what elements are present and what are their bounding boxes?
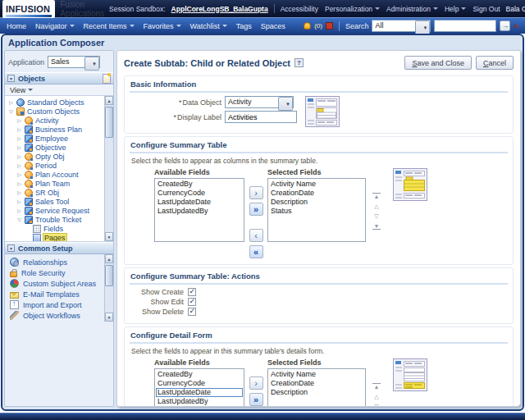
tree-item[interactable]: Opty Obj bbox=[5, 152, 104, 161]
expand-arrow-icon[interactable] bbox=[16, 135, 22, 141]
objects-panel-header[interactable]: ▼ Objects bbox=[5, 72, 113, 84]
list-item[interactable]: CurrencyCode bbox=[156, 379, 243, 388]
move-down-icon[interactable] bbox=[372, 404, 381, 407]
common-setup-item[interactable]: Relationships bbox=[5, 257, 104, 267]
tree-item[interactable]: Period bbox=[5, 161, 104, 170]
session-sandbox-link[interactable]: ApplCoreLongSB_BalaGupta bbox=[171, 5, 268, 13]
common-setup-item[interactable]: Role Security bbox=[5, 267, 104, 278]
create-object-icon[interactable] bbox=[103, 74, 111, 84]
display-label-input[interactable] bbox=[225, 111, 297, 123]
nav-item[interactable]: Recent Items bbox=[84, 22, 135, 30]
move-selected-button[interactable] bbox=[249, 186, 263, 199]
scrollbar-track[interactable] bbox=[105, 105, 113, 232]
expand-arrow-icon[interactable] bbox=[16, 171, 22, 177]
nav-item[interactable]: Navigator bbox=[35, 22, 75, 30]
list-item[interactable]: LastUpdatedBy bbox=[156, 207, 243, 216]
list-item[interactable]: CreatedBy bbox=[156, 180, 243, 189]
collapse-icon[interactable]: ▼ bbox=[7, 75, 15, 82]
tree-item[interactable]: Plan Team bbox=[5, 179, 104, 188]
list-item[interactable]: Status bbox=[156, 406, 243, 407]
move-selected-button[interactable] bbox=[249, 377, 263, 390]
list-item[interactable]: CurrencyCode bbox=[156, 189, 243, 198]
summary-selected-fields-list[interactable]: Activity NameCreationDateDescriptionStat… bbox=[267, 178, 366, 242]
save-and-close-button[interactable]: Save and Close bbox=[404, 56, 472, 70]
tree-item[interactable]: Plan Account bbox=[5, 170, 104, 179]
nav-item[interactable]: Favorites bbox=[144, 22, 181, 30]
list-item[interactable]: CreationDate bbox=[269, 189, 364, 198]
tree-item[interactable]: Sales Tool bbox=[5, 197, 104, 206]
tree-item[interactable]: Custom Objects bbox=[5, 107, 104, 116]
detail-selected-fields-list[interactable]: Activity NameCreationDateDescription bbox=[267, 368, 366, 407]
remove-selected-button[interactable] bbox=[249, 229, 263, 242]
scrollbar-thumb[interactable] bbox=[105, 265, 113, 286]
tree-item[interactable]: SR Obj bbox=[5, 188, 104, 197]
advanced-search-icon[interactable]: » bbox=[514, 21, 518, 30]
expand-arrow-icon[interactable] bbox=[8, 108, 14, 114]
tree-item[interactable]: Standard Objects bbox=[5, 98, 104, 107]
expand-arrow-icon[interactable] bbox=[16, 117, 22, 123]
move-all-button[interactable] bbox=[249, 393, 263, 406]
expand-arrow-icon[interactable] bbox=[16, 144, 22, 150]
nav-item[interactable]: Watchlist bbox=[190, 22, 227, 30]
expand-arrow-icon[interactable] bbox=[16, 189, 22, 195]
header-link[interactable]: Sign Out bbox=[472, 5, 500, 13]
tree-item[interactable]: Fields bbox=[5, 224, 104, 233]
search-go-button[interactable]: → bbox=[500, 21, 510, 31]
nav-item[interactable]: Home bbox=[7, 22, 26, 30]
expand-arrow-icon[interactable] bbox=[8, 99, 14, 105]
summary-available-fields-list[interactable]: CreatedByCurrencyCodeLastUpdateDateLastU… bbox=[154, 178, 244, 242]
checkbox[interactable] bbox=[188, 288, 196, 296]
expand-arrow-icon[interactable] bbox=[16, 126, 22, 132]
expand-arrow-icon[interactable] bbox=[16, 199, 22, 204]
common-setup-panel-header[interactable]: ▼ Common Setup bbox=[5, 242, 113, 254]
scroll-up-icon[interactable]: ▲ bbox=[105, 254, 113, 263]
chevron-down-icon[interactable]: ▼ bbox=[278, 97, 293, 111]
list-item[interactable]: Activity Name bbox=[269, 180, 364, 189]
cancel-button[interactable]: Cancel bbox=[476, 56, 514, 70]
tree-item[interactable]: Service Request bbox=[5, 206, 104, 215]
expand-arrow-icon[interactable] bbox=[16, 217, 22, 222]
remove-all-button[interactable] bbox=[249, 245, 263, 258]
common-setup-item[interactable]: Object Workflows bbox=[5, 310, 104, 321]
notifications-bell-icon[interactable] bbox=[304, 22, 311, 30]
scroll-down-icon[interactable]: ▼ bbox=[105, 232, 113, 241]
list-item[interactable]: LastUpdateDate bbox=[156, 198, 243, 207]
common-setup-item[interactable]: Import and Export bbox=[5, 299, 104, 310]
expand-arrow-icon[interactable] bbox=[16, 162, 22, 168]
checkbox[interactable] bbox=[188, 298, 196, 306]
tree-item[interactable]: Trouble Ticket bbox=[5, 215, 104, 224]
move-to-top-icon[interactable] bbox=[372, 383, 381, 390]
nav-item[interactable]: Spaces bbox=[261, 22, 285, 30]
detail-available-fields-list[interactable]: CreatedByCurrencyCodeLastUpdateDateLastU… bbox=[154, 368, 244, 407]
header-link[interactable]: Accessibility bbox=[281, 5, 318, 13]
chevron-down-icon[interactable]: ▼ bbox=[84, 57, 99, 71]
search-input[interactable] bbox=[434, 20, 496, 32]
checkbox[interactable] bbox=[188, 308, 196, 316]
common-setup-item[interactable]: E-Mail Templates bbox=[5, 289, 104, 299]
header-link[interactable]: Personalization bbox=[325, 5, 380, 13]
list-item[interactable]: Description bbox=[269, 198, 364, 207]
tree-scrollbar[interactable]: ▲ ▼ bbox=[104, 96, 113, 241]
scroll-up-icon[interactable]: ▲ bbox=[105, 96, 113, 105]
data-object-select[interactable]: Activity ▼ bbox=[225, 96, 294, 108]
list-item[interactable]: CreationDate bbox=[269, 379, 364, 388]
scroll-down-icon[interactable]: ▼ bbox=[105, 313, 113, 322]
application-select[interactable]: Sales ▼ bbox=[48, 56, 100, 68]
tree-item[interactable]: Pages bbox=[5, 233, 104, 241]
expand-arrow-icon[interactable] bbox=[16, 153, 22, 159]
nav-item[interactable]: Tags bbox=[236, 22, 252, 30]
scrollbar-track[interactable] bbox=[105, 263, 113, 313]
move-up-icon[interactable] bbox=[372, 394, 381, 399]
list-item[interactable]: Status bbox=[269, 207, 364, 216]
header-link[interactable]: Administration bbox=[386, 5, 438, 13]
tree-item[interactable]: Objective bbox=[5, 143, 104, 152]
tree-item[interactable]: Business Plan bbox=[5, 125, 104, 134]
move-all-button[interactable] bbox=[249, 203, 263, 216]
tree-item[interactable]: Employee bbox=[5, 134, 104, 143]
common-setup-scrollbar[interactable]: ▲ ▼ bbox=[104, 254, 113, 322]
move-up-icon[interactable] bbox=[372, 203, 381, 209]
search-scope-select[interactable]: All ▼ bbox=[372, 20, 431, 32]
tree-item[interactable]: Activity bbox=[5, 116, 104, 125]
move-down-icon[interactable] bbox=[372, 213, 381, 219]
scrollbar-thumb[interactable] bbox=[105, 107, 113, 138]
